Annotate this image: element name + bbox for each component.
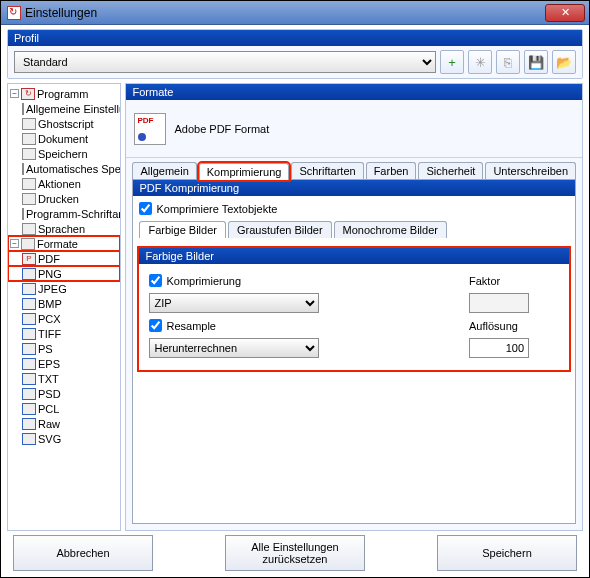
resolution-input[interactable]	[469, 338, 529, 358]
raw-icon	[22, 418, 36, 430]
resample-method-select[interactable]: Herunterrechnen	[149, 338, 319, 358]
dialog-buttons: Abbrechen Alle Einstellungen zurücksetze…	[7, 531, 583, 577]
factor-label: Faktor	[469, 275, 559, 287]
tree-item-png[interactable]: PNG	[8, 266, 120, 281]
format-tabs: Allgemein Komprimierung Schriftarten Far…	[126, 158, 582, 179]
resample-input[interactable]	[149, 319, 162, 332]
compression-header: PDF Komprimierung	[133, 180, 575, 196]
title-bar: Einstellungen ✕	[1, 1, 589, 25]
jpeg-icon	[22, 283, 36, 295]
autosave-icon	[22, 163, 24, 175]
format-info: Adobe PDF Format	[126, 100, 582, 158]
image-compress-input[interactable]	[149, 274, 162, 287]
factor-input[interactable]	[469, 293, 529, 313]
image-type-tabs: Farbige Bilder Graustufen Bilder Monochr…	[139, 221, 569, 238]
tree-item[interactable]: EPS	[8, 356, 120, 371]
profile-open-button[interactable]: 📂	[552, 50, 576, 74]
compress-text-checkbox[interactable]: Komprimiere Textobjekte	[139, 202, 569, 215]
tree-item[interactable]: PCX	[8, 311, 120, 326]
profile-save-button[interactable]: 💾	[524, 50, 548, 74]
tree-node-programm[interactable]: − ↻ Programm	[8, 86, 120, 101]
subtab-monochrome[interactable]: Monochrome Bilder	[334, 221, 447, 238]
font-icon	[22, 208, 24, 220]
page-icon	[22, 103, 24, 115]
save-icon	[22, 148, 36, 160]
eps-icon	[22, 358, 36, 370]
compress-text-input[interactable]	[139, 202, 152, 215]
program-icon: ↻	[21, 88, 35, 100]
profile-select[interactable]: Standard	[14, 51, 436, 73]
tree-item[interactable]: JPEG	[8, 281, 120, 296]
tree-item[interactable]: Speichern	[8, 146, 120, 161]
tree-item[interactable]: Programm-Schriftart	[8, 206, 120, 221]
collapse-icon[interactable]: −	[10, 89, 19, 98]
format-name: Adobe PDF Format	[174, 123, 269, 135]
tab-farben[interactable]: Farben	[366, 162, 417, 179]
tree-item[interactable]: Sprachen	[8, 221, 120, 236]
app-icon	[7, 6, 21, 20]
tree-item[interactable]: Dokument	[8, 131, 120, 146]
color-images-header: Farbige Bilder	[139, 248, 569, 264]
tree-node-formate[interactable]: − Formate	[8, 236, 120, 251]
tree-item[interactable]: SVG	[8, 431, 120, 446]
cancel-button[interactable]: Abbrechen	[13, 535, 153, 571]
tab-body: PDF Komprimierung Komprimiere Textobjekt…	[132, 179, 576, 524]
tree-item[interactable]: Drucken	[8, 191, 120, 206]
pcx-icon	[22, 313, 36, 325]
format-panel: Formate Adobe PDF Format Allgemein Kompr…	[125, 83, 583, 531]
psd-icon	[22, 388, 36, 400]
tab-sicherheit[interactable]: Sicherheit	[418, 162, 483, 179]
tree-item[interactable]: PS	[8, 341, 120, 356]
close-button[interactable]: ✕	[545, 4, 585, 22]
save-button[interactable]: Speichern	[437, 535, 577, 571]
ghost-icon	[22, 118, 36, 130]
pdf-icon: P	[22, 253, 36, 265]
color-images-panel: Farbige Bilder Komprimierung Faktor ZIP …	[137, 246, 571, 372]
compression-method-select[interactable]: ZIP	[149, 293, 319, 313]
print-icon	[22, 193, 36, 205]
pdf-large-icon	[134, 113, 166, 145]
tree-item[interactable]: Ghostscript	[8, 116, 120, 131]
format-panel-header: Formate	[126, 84, 582, 100]
tree-item[interactable]: Allgemeine Einstellungen	[8, 101, 120, 116]
profile-copy-button[interactable]: ⎘	[496, 50, 520, 74]
lang-icon	[22, 223, 36, 235]
tab-allgemein[interactable]: Allgemein	[132, 162, 196, 179]
resolution-label: Auflösung	[469, 320, 559, 332]
profile-header: Profil	[8, 30, 582, 46]
pcl-icon	[22, 403, 36, 415]
tab-unterschreiben[interactable]: Unterschreiben	[485, 162, 576, 179]
tree-item[interactable]: BMP	[8, 296, 120, 311]
profile-add-button[interactable]: +	[440, 50, 464, 74]
formats-icon	[21, 238, 35, 250]
tree-item[interactable]: Aktionen	[8, 176, 120, 191]
bmp-icon	[22, 298, 36, 310]
tab-schriftarten[interactable]: Schriftarten	[291, 162, 363, 179]
profile-panel: Profil Standard + ✳ ⎘ 💾 📂	[7, 29, 583, 79]
image-compress-checkbox[interactable]: Komprimierung	[149, 274, 445, 287]
collapse-icon[interactable]: −	[10, 239, 19, 248]
tab-komprimierung[interactable]: Komprimierung	[199, 163, 290, 180]
resample-checkbox[interactable]: Resample	[149, 319, 445, 332]
window-title: Einstellungen	[25, 6, 545, 20]
tree-item[interactable]: Raw	[8, 416, 120, 431]
txt-icon	[22, 373, 36, 385]
tiff-icon	[22, 328, 36, 340]
svg-icon	[22, 433, 36, 445]
png-icon	[22, 268, 36, 280]
doc-icon	[22, 133, 36, 145]
tree-item[interactable]: Automatisches Speichern	[8, 161, 120, 176]
settings-tree[interactable]: − ↻ Programm Allgemeine Einstellungen Gh…	[7, 83, 121, 531]
tree-item-pdf[interactable]: PPDF	[8, 251, 120, 266]
profile-star-button[interactable]: ✳	[468, 50, 492, 74]
ps-icon	[22, 343, 36, 355]
actions-icon	[22, 178, 36, 190]
subtab-farbige[interactable]: Farbige Bilder	[139, 221, 225, 238]
subtab-graustufen[interactable]: Graustufen Bilder	[228, 221, 332, 238]
reset-button[interactable]: Alle Einstellungen zurücksetzen	[225, 535, 365, 571]
tree-item[interactable]: PCL	[8, 401, 120, 416]
tree-item[interactable]: PSD	[8, 386, 120, 401]
tree-item[interactable]: TIFF	[8, 326, 120, 341]
tree-item[interactable]: TXT	[8, 371, 120, 386]
